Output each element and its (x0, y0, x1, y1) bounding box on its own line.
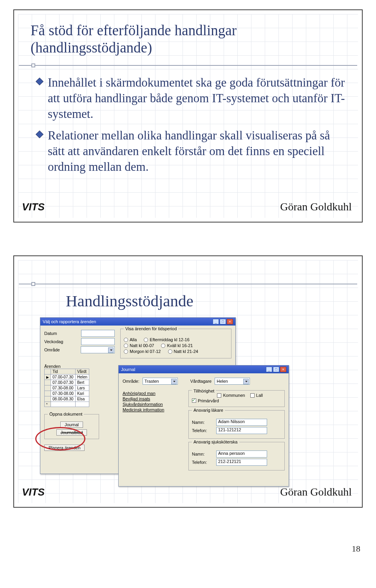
close-icon[interactable]: × (280, 367, 286, 372)
app-screenshots: Välj och rapportera ärenden _ □ × Datum … (40, 317, 338, 489)
col-tid: Tid (51, 369, 76, 375)
svg-rect-0 (36, 78, 43, 85)
radio-morgon0712[interactable]: Morgon kl 07-12 (124, 349, 161, 354)
lakare-tel-input[interactable]: 121-121212 (216, 427, 267, 434)
label-datum: Datum (44, 331, 78, 336)
label-vardtagare: Vårdtagare (190, 379, 212, 384)
diamond-bullet-icon (35, 130, 44, 175)
slide-2: Handlingsstödjande Välj och rapportera ä… (13, 255, 363, 508)
slide-2-title: Handlingsstödjande (66, 291, 345, 310)
svg-rect-1 (36, 130, 43, 138)
slide-1-title-line1: Få stöd för efterföljande handlingar (31, 22, 237, 38)
journal-button[interactable]: Journal (60, 422, 83, 428)
radio-natt2124[interactable]: Natt kl 21-24 (168, 349, 198, 354)
win1-titlebar[interactable]: Välj och rapportera ärenden _ □ × (40, 318, 235, 326)
radio-kvall1621[interactable]: Kväll kl 16-21 (161, 343, 193, 348)
author-name: Göran Goldkuhl (280, 201, 352, 213)
tillhor-legend: Tillhörighet (192, 389, 216, 393)
label-telefon: Telefon: (192, 428, 213, 433)
radio-alla[interactable]: Alla (124, 337, 137, 342)
title-divider (19, 284, 357, 284)
slide-1-title: Få stöd för efterföljande handlingar (ha… (31, 22, 345, 57)
window-journal: Journal _ □ × Område: Trasten Vårdtagare (118, 365, 289, 487)
divider-dot (31, 63, 35, 67)
arenden-table[interactable]: Tid Vårdt ▶07.00-07.30Helen 07.00-07.30B… (44, 369, 89, 407)
cell: 08.00-08.30 (51, 396, 76, 402)
maximize-icon[interactable]: □ (273, 367, 279, 372)
check-lall[interactable]: Lall (250, 393, 263, 398)
diamond-bullet-icon (35, 77, 44, 122)
slide-1-title-line2: (handlingsstödjande) (31, 40, 152, 56)
bullet-2-text: Relationer mellan olika handlingar skall… (48, 128, 345, 175)
cell: Kari (75, 391, 89, 396)
cell: Bert (75, 380, 89, 385)
ansvarig-lakare-legend: Ansvarig läkare (192, 408, 225, 413)
cell: Lars (75, 385, 89, 391)
radio-natt0007[interactable]: Natt kl 00-07 (124, 343, 154, 348)
brand-vits: VITS (22, 486, 45, 498)
skot-namn-input[interactable]: Anna persson (216, 450, 267, 458)
title-divider (19, 65, 357, 66)
bullet-1-text: Innehållet i skärmdokumentet ska ge goda… (48, 75, 345, 122)
brand-vits: VITS (22, 201, 45, 213)
cell: Helen (75, 375, 89, 380)
link-beviljad[interactable]: Beviljad insats (123, 396, 181, 401)
check-kommunen[interactable]: Kommunen (217, 393, 245, 398)
veckodag-input[interactable] (81, 338, 115, 345)
col-vard: Vårdt (75, 369, 89, 375)
cell: 07-30-08.00 (51, 391, 76, 396)
link-medinfo[interactable]: Medicinsk information (123, 407, 181, 412)
minimize-icon[interactable]: _ (266, 367, 272, 372)
datum-input[interactable] (81, 330, 115, 337)
maximize-icon[interactable]: □ (220, 319, 226, 324)
lakare-namn-input[interactable]: Adam Nilsson (216, 419, 267, 426)
label-omrade2: Område: (123, 379, 139, 384)
bullet-2: Relationer mellan olika handlingar skall… (35, 128, 345, 175)
label-telefon2: Telefon: (192, 460, 213, 465)
cell: Elsa (75, 396, 89, 402)
radio-em1216[interactable]: Eftermiddag kl 12-16 (144, 337, 190, 342)
page-number: 18 (0, 544, 376, 563)
vardtagare-combo[interactable]: Helen (215, 378, 250, 385)
link-sjukinfo[interactable]: Sjukvårdsinformation (123, 402, 181, 407)
minimize-icon[interactable]: _ (213, 319, 219, 324)
planera-button[interactable]: Planera ärenden (44, 445, 85, 451)
win2-titlebar[interactable]: Journal _ □ × (119, 365, 289, 373)
divider-dot (31, 282, 35, 286)
cell: 07.00-07.30 (51, 380, 76, 385)
bullet-1: Innehållet i skärmdokumentet ska ge goda… (35, 75, 345, 122)
win1-title: Välj och rapportera ärenden (43, 319, 96, 324)
omrade2-combo[interactable]: Trasten (143, 378, 178, 385)
link-anhorig[interactable]: Anhörig/god man (123, 391, 181, 396)
cell: 07.30-08.00 (51, 385, 76, 391)
label-omrade: Område (44, 347, 78, 352)
check-primarvard[interactable]: Primärvård (192, 398, 219, 403)
ansvarig-skot-legend: Ansvarig sjuksköterska (192, 440, 239, 444)
label-veckodag: Veckodag (44, 339, 78, 344)
cell: 07.00-07.30 (51, 375, 76, 380)
close-icon[interactable]: × (227, 319, 233, 324)
author-name: Göran Goldkuhl (280, 486, 352, 498)
skot-tel-input[interactable]: 212-212121 (216, 459, 267, 466)
slide-1: Få stöd för efterföljande handlingar (ha… (13, 9, 363, 223)
label-namn2: Namn: (192, 452, 213, 456)
label-namn: Namn: (192, 420, 213, 425)
omrade-combo[interactable] (81, 346, 115, 353)
period-legend: Visa ärenden för tidsperiod (124, 326, 178, 331)
journalblad-button[interactable]: Journalblad (56, 429, 87, 436)
oppna-legend: Öppna dokument (48, 412, 84, 416)
win2-title: Journal (121, 367, 135, 372)
